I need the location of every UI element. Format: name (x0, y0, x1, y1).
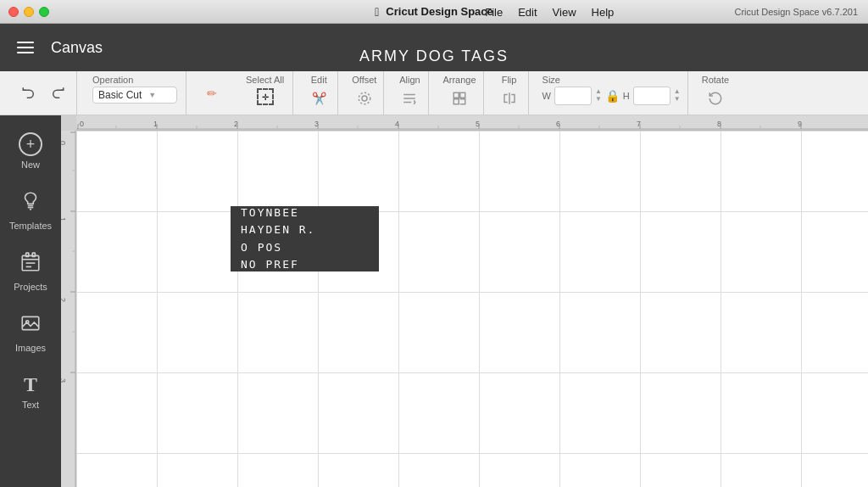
canvas-area[interactable]: 0 1 2 3 4 5 6 7 8 9 (61, 115, 868, 487)
app-name: Cricut Design Space (386, 5, 492, 18)
flip-section: Flip (491, 71, 529, 115)
dog-tag-line1: TOYNBEE (241, 204, 369, 221)
menu-file[interactable]: File (485, 5, 503, 18)
menu-bar: File Edit View Help (485, 5, 614, 18)
sidebar-item-templates[interactable]: Templates (0, 180, 61, 241)
sidebar-item-new[interactable]: + New (0, 122, 61, 180)
svg-text:2: 2 (61, 298, 67, 302)
projects-icon (19, 251, 42, 278)
select-all-icon: ✛ (257, 88, 274, 105)
svg-rect-7 (453, 99, 459, 104)
svg-point-1 (359, 92, 370, 104)
undo-redo-section (10, 71, 77, 115)
traffic-lights (8, 7, 49, 17)
svg-text:0: 0 (80, 120, 84, 128)
offset-button[interactable] (353, 87, 376, 110)
align-label: Align (399, 75, 420, 85)
svg-text:3: 3 (61, 378, 67, 383)
align-section: Align (391, 71, 429, 115)
main-layout: + New Templates (0, 115, 868, 487)
rotate-label: Rotate (702, 75, 729, 85)
new-icon: + (19, 132, 42, 156)
arrange-button[interactable] (448, 87, 471, 110)
close-button[interactable] (8, 7, 19, 17)
dog-tag-line4: NO PREF (241, 256, 369, 273)
apple-icon:  (375, 5, 379, 19)
sidebar-item-text[interactable]: T Text (0, 363, 61, 420)
operation-label: Operation (92, 75, 133, 85)
dog-tag-line2: HAYDEN R. (241, 221, 369, 238)
operation-value: Basic Cut (98, 89, 142, 101)
svg-rect-5 (453, 92, 459, 98)
version-text: Cricut Design Space v6.7.201 (734, 7, 858, 17)
svg-rect-17 (22, 316, 39, 329)
operation-dropdown[interactable]: Basic Cut ▼ (92, 87, 177, 104)
text-icon: T (24, 373, 37, 396)
svg-text:1: 1 (61, 217, 67, 221)
ruler-horizontal: 0 1 2 3 4 5 6 7 8 9 (76, 115, 868, 131)
menu-view[interactable]: View (553, 5, 576, 18)
toolbar: Operation Basic Cut ▼ ✏ Select All ✛ Edi… (0, 71, 868, 115)
hamburger-line-3 (17, 52, 34, 53)
flip-label: Flip (502, 75, 517, 85)
sidebar: + New Templates (0, 115, 61, 487)
sidebar-templates-label: Templates (9, 221, 52, 231)
height-input[interactable] (633, 87, 670, 105)
sidebar-images-label: Images (15, 343, 46, 353)
flip-button[interactable] (498, 87, 521, 110)
title-bar-center:  Cricut Design Space File Edit View Hel… (375, 5, 493, 19)
ruler-h-svg: 0 1 2 3 4 5 6 7 8 9 (76, 115, 868, 130)
width-label: W (542, 91, 551, 101)
offset-label: Offset (352, 75, 376, 85)
canvas-grid: TOYNBEE HAYDEN R. O POS NO PREF (76, 131, 868, 487)
operation-section: Operation Basic Cut ▼ (84, 71, 186, 115)
size-label: Size (542, 75, 560, 85)
hamburger-line-2 (17, 47, 34, 48)
height-label: H (623, 91, 630, 101)
ruler-corner (61, 115, 76, 131)
color-edit-button[interactable]: ✏ (200, 81, 224, 105)
hamburger-button[interactable] (14, 38, 37, 57)
sidebar-text-label: Text (22, 400, 39, 410)
rotate-button[interactable] (704, 87, 727, 110)
svg-text:0: 0 (61, 141, 67, 145)
edit-button[interactable]: ✂️ (307, 87, 331, 110)
edit-color-section: ✏ (193, 71, 231, 115)
dog-tag-element[interactable]: TOYNBEE HAYDEN R. O POS NO PREF (231, 206, 379, 271)
svg-rect-14 (32, 253, 35, 256)
minimize-button[interactable] (24, 7, 34, 17)
width-spinner[interactable]: ▲ ▼ (595, 88, 602, 104)
redo-button[interactable] (46, 81, 70, 105)
arrange-label: Arrange (442, 75, 476, 85)
svg-rect-13 (26, 253, 29, 256)
dog-tag-line3: O POS (241, 239, 369, 256)
images-icon (19, 312, 42, 339)
arrange-section: Arrange (436, 71, 483, 115)
lock-icon: 🔒 (605, 89, 620, 103)
sidebar-item-projects[interactable]: Projects (0, 241, 61, 302)
sidebar-item-images[interactable]: Images (0, 302, 61, 363)
menu-edit[interactable]: Edit (518, 5, 537, 18)
canvas-label: Canvas (51, 39, 103, 57)
app-header: Canvas ARMY DOG TAGS (0, 24, 868, 71)
sidebar-new-label: New (21, 160, 40, 170)
ruler-vertical: 0 1 2 3 (61, 131, 76, 487)
select-all-label: Select All (246, 75, 284, 85)
sidebar-projects-label: Projects (14, 282, 47, 292)
title-bar:  Cricut Design Space File Edit View Hel… (0, 0, 868, 24)
menu-help[interactable]: Help (592, 5, 615, 18)
height-spinner[interactable]: ▲ ▼ (674, 88, 681, 104)
ruler-v-svg: 0 1 2 3 (61, 131, 76, 487)
svg-point-0 (362, 96, 367, 101)
svg-rect-6 (460, 92, 465, 98)
undo-button[interactable] (17, 81, 41, 105)
width-input[interactable] (554, 87, 592, 105)
templates-icon (19, 190, 42, 217)
offset-section: Offset (345, 71, 384, 115)
select-all-button[interactable]: ✛ (252, 87, 279, 107)
select-all-section: Select All ✛ (237, 71, 293, 115)
maximize-button[interactable] (39, 7, 49, 17)
align-button[interactable] (398, 87, 421, 110)
hamburger-line-1 (17, 42, 34, 43)
edit-label: Edit (311, 75, 327, 85)
